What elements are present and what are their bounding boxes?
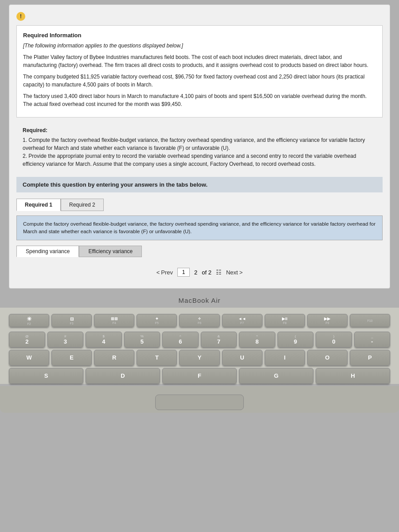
prev-button[interactable]: < Prev bbox=[156, 269, 173, 276]
required-info-title: Required Information bbox=[23, 31, 376, 40]
required-para3: The factory used 3,400 direct labor hour… bbox=[23, 92, 376, 108]
key-p[interactable]: P bbox=[350, 350, 390, 366]
prev-chevron-icon: < bbox=[156, 269, 160, 276]
tab-required1[interactable]: Required 1 bbox=[16, 199, 61, 211]
grid-view-icon[interactable]: ☷ bbox=[216, 269, 222, 276]
key-g[interactable]: G bbox=[239, 368, 313, 384]
alert-icon: ! bbox=[16, 12, 25, 21]
key-r[interactable]: R bbox=[94, 350, 134, 366]
tab-required2[interactable]: Required 2 bbox=[61, 199, 104, 211]
number-key-row: @ 2 # 3 $ 4 % 5 ^ 6 & 7 * 8 ( 9 bbox=[9, 332, 390, 348]
complete-instruction: Complete this question by entering your … bbox=[16, 177, 383, 192]
key-f5[interactable]: ✦ F5 bbox=[137, 314, 177, 327]
key-3[interactable]: # 3 bbox=[47, 332, 84, 348]
key-5[interactable]: % 5 bbox=[124, 332, 160, 348]
asdf-row: S D F G H bbox=[9, 368, 390, 384]
required-section: Required: 1. Compute the factory overhea… bbox=[16, 122, 383, 172]
required-info-box: Required Information [The following info… bbox=[16, 25, 383, 117]
key-f9[interactable]: ▶▶ F9 bbox=[307, 314, 348, 327]
key-h[interactable]: H bbox=[316, 368, 390, 384]
next-chevron-icon: > bbox=[239, 269, 243, 276]
key-4[interactable]: $ 4 bbox=[86, 332, 122, 348]
required-para2: The company budgeted $11,925 variable fa… bbox=[23, 73, 376, 89]
macbook-label: MacBook Air bbox=[0, 289, 399, 308]
tab-content-description: Compute the factory overhead flexible-bu… bbox=[16, 215, 383, 241]
keyboard: ☀ F2 ⊟ F3 ⊞⊞ F4 ✦ F5 ✧ F6 ◄◄ F7 ▶II F8 ▶… bbox=[0, 308, 399, 384]
page-2: 2 bbox=[194, 269, 197, 276]
required-info-subtitle: [The following information applies to th… bbox=[23, 42, 376, 50]
fn-key-row: ☀ F2 ⊟ F3 ⊞⊞ F4 ✦ F5 ✧ F6 ◄◄ F7 ▶II F8 ▶… bbox=[9, 312, 390, 329]
touchpad[interactable] bbox=[155, 395, 244, 410]
required-para1: The Platter Valley factory of Bybee Indu… bbox=[23, 53, 376, 69]
key-i[interactable]: I bbox=[265, 350, 305, 366]
key-7[interactable]: & 7 bbox=[201, 332, 237, 348]
key-f7[interactable]: ◄◄ F7 bbox=[222, 314, 262, 327]
sub-tabs: Spending variance Efficiency variance bbox=[16, 246, 383, 257]
required-item2: 2. Provide the appropriate journal entry… bbox=[23, 152, 376, 168]
key-f10[interactable]: F10 bbox=[350, 314, 390, 327]
next-button[interactable]: Next > bbox=[226, 269, 243, 276]
key-d[interactable]: D bbox=[86, 368, 160, 384]
key-0[interactable]: ) 0 bbox=[316, 332, 352, 348]
key-6[interactable]: ^ 6 bbox=[162, 332, 199, 348]
required-item1: 1. Compute the factory overhead flexible… bbox=[23, 136, 376, 152]
sub-tab-efficiency[interactable]: Efficiency variance bbox=[79, 246, 142, 257]
main-tabs: Required 1 Required 2 bbox=[16, 199, 383, 211]
key-f2[interactable]: ☀ F2 bbox=[9, 314, 49, 327]
key-u[interactable]: U bbox=[222, 350, 262, 366]
key-f3[interactable]: ⊟ F3 bbox=[51, 314, 92, 327]
key-y[interactable]: Y bbox=[179, 350, 219, 366]
key-t[interactable]: T bbox=[137, 350, 177, 366]
key-f8[interactable]: ▶II F8 bbox=[265, 314, 305, 327]
key-f4[interactable]: ⊞⊞ F4 bbox=[94, 314, 134, 327]
key-f[interactable]: F bbox=[162, 368, 237, 384]
key-w[interactable]: W bbox=[9, 350, 49, 366]
key-2[interactable]: @ 2 bbox=[9, 332, 45, 348]
key-f6[interactable]: ✧ F6 bbox=[179, 314, 219, 327]
qwerty-row: W E R T Y U I O P bbox=[9, 350, 390, 366]
pagination: < Prev 2 of 2 ☷ Next > bbox=[16, 262, 383, 281]
key-e[interactable]: E bbox=[51, 350, 92, 366]
sub-tab-spending[interactable]: Spending variance bbox=[16, 246, 79, 257]
laptop-bottom bbox=[0, 386, 399, 413]
key-o[interactable]: O bbox=[307, 350, 348, 366]
required-label: Required: bbox=[23, 126, 376, 134]
of-total: of 2 bbox=[202, 269, 211, 276]
key-8[interactable]: * 8 bbox=[239, 332, 275, 348]
key-9[interactable]: ( 9 bbox=[278, 332, 314, 348]
page-input-1[interactable] bbox=[177, 268, 190, 277]
key-minus[interactable]: _ - bbox=[354, 332, 391, 348]
key-s[interactable]: S bbox=[9, 368, 83, 384]
